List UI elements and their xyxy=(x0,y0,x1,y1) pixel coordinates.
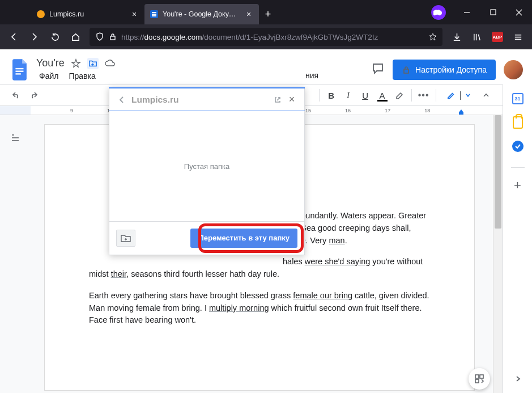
ruler-tick: 17 xyxy=(385,108,390,113)
private-browsing-icon xyxy=(431,5,446,20)
close-icon[interactable]: × xyxy=(130,10,139,19)
browser-tab-lumpics[interactable]: Lumpics.ru × xyxy=(31,4,144,24)
new-folder-button[interactable] xyxy=(116,230,135,247)
redo-button[interactable] xyxy=(26,88,41,103)
browser-titlebar: Lumpics.ru × You're - Google Документы ×… xyxy=(0,0,532,24)
share-button[interactable]: Настройки Доступа xyxy=(393,60,496,80)
window-minimize-button[interactable] xyxy=(454,0,480,24)
open-in-new-icon[interactable] xyxy=(271,96,284,104)
menu-button[interactable] xyxy=(508,27,527,47)
lock-icon xyxy=(402,65,411,74)
browser-navbar: https://docs.google.com/document/d/1-Eya… xyxy=(0,24,532,49)
svg-rect-15 xyxy=(15,73,20,74)
window-controls xyxy=(431,0,532,24)
right-indent-marker[interactable] xyxy=(459,109,463,115)
outline-button[interactable] xyxy=(7,130,23,146)
ruler-tick: 15 xyxy=(305,108,311,113)
home-button[interactable] xyxy=(66,27,85,47)
move-icon[interactable] xyxy=(87,58,99,69)
svg-rect-4 xyxy=(110,36,115,40)
explore-button[interactable] xyxy=(469,368,490,390)
close-icon[interactable]: × xyxy=(244,10,253,19)
scrollbar-thumb[interactable] xyxy=(495,115,501,229)
comment-history-icon[interactable] xyxy=(371,62,385,78)
menu-extensions-fragment[interactable]: ния xyxy=(305,71,318,80)
abp-button[interactable]: ABP xyxy=(488,27,507,47)
paragraph: Earth every gathering stars have brought… xyxy=(89,290,430,327)
back-button[interactable] xyxy=(5,27,24,47)
svg-rect-24 xyxy=(480,375,483,378)
tab-title: You're - Google Документы xyxy=(163,10,240,18)
document-title[interactable]: You're xyxy=(36,57,65,69)
addons-button[interactable]: + xyxy=(512,179,524,192)
library-button[interactable] xyxy=(467,27,487,47)
docs-header: You're Файл Правка ния Настройки Доступа xyxy=(0,49,532,84)
browser-tabs: Lumpics.ru × You're - Google Документы ×… xyxy=(31,4,277,24)
cloud-status-icon[interactable] xyxy=(104,58,116,69)
svg-rect-13 xyxy=(15,67,23,69)
scrollbar-vertical[interactable] xyxy=(493,115,503,393)
popup-folder-title: Lumpics.ru xyxy=(129,95,271,105)
bookmark-icon[interactable] xyxy=(429,33,437,41)
hide-menus-button[interactable] xyxy=(479,88,493,103)
star-icon[interactable] xyxy=(70,58,82,69)
lock-icon xyxy=(109,33,117,41)
menu-edit[interactable]: Правка xyxy=(66,70,98,82)
account-avatar[interactable] xyxy=(504,60,523,79)
text-color-button[interactable]: A xyxy=(375,88,390,103)
keep-icon[interactable] xyxy=(512,116,524,129)
forward-button[interactable] xyxy=(25,27,44,47)
collapse-side-panel[interactable] xyxy=(514,375,522,385)
undo-button[interactable] xyxy=(9,88,24,103)
popup-header: Lumpics.ru × xyxy=(109,87,305,111)
svg-rect-14 xyxy=(15,70,23,71)
bold-button[interactable]: B xyxy=(324,88,339,103)
favicon-docs xyxy=(150,10,158,18)
svg-marker-5 xyxy=(429,33,436,40)
toolbar-more[interactable]: ••• xyxy=(416,88,431,103)
shield-icon xyxy=(95,32,104,41)
side-panel: 31 + xyxy=(503,84,532,393)
underline-button[interactable]: U xyxy=(358,88,373,103)
window-maximize-button[interactable] xyxy=(480,0,506,24)
ruler-tick: 9 xyxy=(70,108,73,113)
move-here-button[interactable]: Переместить в эту папку xyxy=(190,229,297,248)
url-bar[interactable]: https://docs.google.com/document/d/1-Eya… xyxy=(90,28,442,46)
highlight-button[interactable] xyxy=(392,88,407,103)
favicon-lumpics xyxy=(37,10,45,18)
docs-logo[interactable] xyxy=(9,56,32,84)
docs-menubar: Файл Правка xyxy=(36,70,116,82)
svg-rect-17 xyxy=(404,69,408,73)
svg-marker-19 xyxy=(459,109,463,115)
popup-empty-state: Пустая папка xyxy=(109,111,304,221)
calendar-icon[interactable]: 31 xyxy=(512,92,524,105)
popup-back-button[interactable] xyxy=(114,95,129,104)
popup-close-button[interactable]: × xyxy=(284,94,299,105)
popup-footer: Переместить в эту папку xyxy=(109,221,304,254)
svg-rect-23 xyxy=(475,375,479,378)
ruler-tick: 16 xyxy=(345,108,351,113)
share-label: Настройки Доступа xyxy=(415,65,487,74)
svg-rect-1 xyxy=(491,10,496,15)
pencil-icon xyxy=(446,91,456,100)
downloads-button[interactable] xyxy=(447,27,466,47)
menu-file[interactable]: Файл xyxy=(36,70,61,82)
window-close-button[interactable] xyxy=(506,0,532,24)
ruler-tick: 18 xyxy=(424,108,430,113)
reload-button[interactable] xyxy=(45,27,65,47)
chevron-down-icon xyxy=(465,92,471,98)
svg-marker-16 xyxy=(72,60,80,67)
paragraph: hales were she'd saying you're without m… xyxy=(89,256,430,281)
tab-title: Lumpics.ru xyxy=(49,10,125,18)
svg-line-9 xyxy=(478,34,480,40)
url-text: https://docs.google.com/document/d/1-Eya… xyxy=(121,33,424,41)
move-to-popup: Lumpics.ru × Пустая папка Переместить в … xyxy=(109,87,305,255)
editing-mode-button[interactable]: | xyxy=(441,87,476,103)
new-tab-button[interactable]: + xyxy=(259,5,277,23)
italic-button[interactable]: I xyxy=(341,88,356,103)
tasks-icon[interactable] xyxy=(512,140,524,153)
svg-rect-25 xyxy=(475,379,479,383)
browser-tab-docs[interactable]: You're - Google Документы × xyxy=(144,4,259,24)
